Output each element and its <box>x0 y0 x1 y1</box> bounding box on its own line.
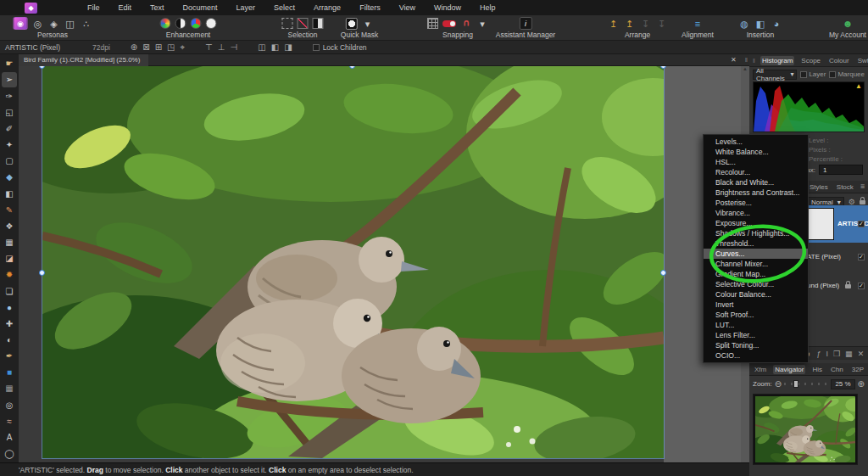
selection-handle-middle-left[interactable] <box>39 270 45 276</box>
tab-navigator[interactable]: Navigator <box>773 365 805 374</box>
fill-layer-icon[interactable]: I <box>826 350 829 358</box>
quick-mask-dropdown-icon[interactable]: ▾ <box>362 18 374 30</box>
align-bottom-icon[interactable]: ◨ <box>284 42 292 52</box>
move-tool[interactable]: ➢ <box>2 72 17 87</box>
layer-visibility-checkbox[interactable]: ✓ <box>858 221 865 227</box>
tab-scope[interactable]: Scope <box>799 56 822 65</box>
crop-tool[interactable]: ◱ <box>2 104 17 120</box>
menu-item-vibrance[interactable]: Vibrance... <box>704 208 808 218</box>
move-to-front-icon[interactable]: ↥ <box>608 18 620 30</box>
text-tool[interactable]: A <box>2 430 17 445</box>
align-top-icon[interactable]: ◫ <box>258 42 265 52</box>
tab-colour[interactable]: Colour <box>827 56 851 65</box>
auto-contrast-icon[interactable] <box>175 18 186 29</box>
insert-layer-icon[interactable]: ▦ <box>845 350 853 358</box>
document-tab[interactable]: Bird Family (1).CR2 [Modified] (25.0%) <box>19 54 148 66</box>
auto-colour-icon[interactable] <box>191 18 202 29</box>
tab-swt[interactable]: Swt <box>856 56 868 65</box>
tab-histogram[interactable]: Histogram <box>760 56 794 65</box>
move-forward-icon[interactable]: ↥ <box>624 18 636 30</box>
alignment-icon[interactable]: ≡ <box>692 18 704 30</box>
transform-origin-icon[interactable]: ⊕ <box>131 42 137 53</box>
marquee-selection-icon[interactable] <box>282 18 293 29</box>
marquee-select-tool[interactable]: ▢ <box>2 154 17 169</box>
panel-drag-handle[interactable]: ‖ <box>753 58 755 64</box>
menu-text[interactable]: Text <box>141 2 174 14</box>
blur-tool[interactable]: ● <box>2 300 17 315</box>
quick-mask-icon[interactable] <box>346 18 358 30</box>
menu-item-hsl[interactable]: HSL... <box>704 157 808 167</box>
insert-on-top-icon[interactable]: ◧ <box>754 18 766 30</box>
delete-layer-icon[interactable]: ✕ <box>858 350 865 358</box>
auto-levels-icon[interactable] <box>160 18 171 29</box>
zoom-out-icon[interactable]: ⊖ <box>775 379 782 389</box>
invert-selection-icon[interactable] <box>313 18 324 29</box>
selection-brush-tool[interactable]: ✐ <box>2 121 17 137</box>
pixel-tool[interactable]: ▦ <box>2 235 17 250</box>
selection-handle-middle-right[interactable] <box>660 270 666 276</box>
shape-tool[interactable]: ■ <box>2 365 17 380</box>
group-layers-icon[interactable]: ❒ <box>833 350 840 358</box>
menu-item-soft-proof[interactable]: Soft Proof... <box>704 310 808 320</box>
eraser-tool[interactable]: ◪ <box>2 251 17 266</box>
pen-tool[interactable]: ✒ <box>2 349 17 364</box>
menu-item-split-toning[interactable]: Split Toning... <box>704 340 808 350</box>
photo-persona-icon[interactable]: ◉ <box>14 17 28 30</box>
lock-children-toggle[interactable]: Lock Children <box>313 43 367 52</box>
tab-xfm[interactable]: Xfm <box>753 365 768 374</box>
menu-item-lens-filter[interactable]: Lens Filter... <box>704 330 808 340</box>
develop-persona-icon[interactable]: ◈ <box>48 18 60 30</box>
menu-item-levels[interactable]: Levels... <box>704 137 808 147</box>
assistant-manager-icon[interactable]: i <box>520 17 532 30</box>
menu-layer[interactable]: Layer <box>227 2 265 14</box>
snapping-toggle-icon[interactable] <box>442 20 456 27</box>
move-backward-icon[interactable]: ↧ <box>640 18 652 30</box>
menu-file[interactable]: File <box>78 2 109 14</box>
flood-fill-tool[interactable]: ◆ <box>2 170 17 185</box>
menu-item-invert[interactable]: Invert <box>704 300 808 310</box>
dodge-tool[interactable]: ◐ <box>2 333 17 348</box>
clipping-warning-icon[interactable]: ▲ <box>855 82 862 90</box>
my-account-icon[interactable]: ☻ <box>842 18 854 30</box>
menu-arrange[interactable]: Arrange <box>304 2 350 14</box>
menu-item-shadows-highlights[interactable]: Shadows / Highlights... <box>704 228 808 238</box>
layer-thumbnail[interactable] <box>807 208 834 240</box>
menu-item-recolour[interactable]: Recolour... <box>704 167 808 177</box>
layer-checkbox-box[interactable] <box>800 71 807 78</box>
photo-canvas[interactable] <box>42 66 664 458</box>
tab-styles[interactable]: Styles <box>808 182 830 192</box>
menu-item-posterise[interactable]: Posterise... <box>704 198 808 208</box>
live-filter-icon[interactable]: ƒ <box>817 350 821 358</box>
layer-visibility-checkbox[interactable]: ✓ <box>858 254 865 260</box>
tone-mapping-persona-icon[interactable]: ◫ <box>64 18 76 30</box>
align-center-icon[interactable]: ⊥ <box>218 42 225 52</box>
insert-inside-icon[interactable]: ◕ <box>771 18 782 30</box>
menu-help[interactable]: Help <box>470 2 505 14</box>
menu-item-black-and-white[interactable]: Black and White... <box>704 177 808 188</box>
paint-brush-tool[interactable]: ✎ <box>2 202 17 217</box>
smudge-tool[interactable]: ≈ <box>2 413 17 428</box>
menu-item-brightness-and-contrast[interactable]: Brightness and Contrast... <box>704 188 808 198</box>
lock-children-checkbox[interactable] <box>313 44 320 51</box>
tab-his[interactable]: His <box>810 365 824 374</box>
layer-visibility-checkbox[interactable]: ✓ <box>858 283 865 289</box>
menu-document[interactable]: Document <box>174 2 227 14</box>
healing-brush-tool[interactable]: ✚ <box>2 316 17 332</box>
insert-behind-icon[interactable]: ◍ <box>738 18 750 30</box>
marquee-checkbox[interactable]: Marquee <box>829 70 865 78</box>
menu-item-threshold[interactable]: Threshold... <box>704 238 808 249</box>
menu-item-ocio[interactable]: OCIO... <box>704 350 808 361</box>
snapping-magnet-icon[interactable]: ∪ <box>460 18 472 30</box>
liquify-persona-icon[interactable]: ◎ <box>32 18 44 30</box>
zoom-tool[interactable]: ◎ <box>2 397 17 412</box>
close-icon[interactable]: ✕ <box>731 56 737 64</box>
menu-view[interactable]: View <box>390 2 425 14</box>
layer-checkbox[interactable]: Layer <box>800 70 826 78</box>
clone-stamp-tool[interactable]: ❏ <box>2 283 17 299</box>
menu-item-exposure[interactable]: Exposure... <box>704 218 808 228</box>
align-right-icon[interactable]: ⊣ <box>231 42 238 52</box>
mesh-warp-tool[interactable]: ▦ <box>2 381 17 396</box>
align-middle-icon[interactable]: ◧ <box>271 42 279 52</box>
canvas-viewport[interactable]: ▲ <box>19 66 749 462</box>
zoom-in-icon[interactable]: ⊕ <box>858 379 865 389</box>
